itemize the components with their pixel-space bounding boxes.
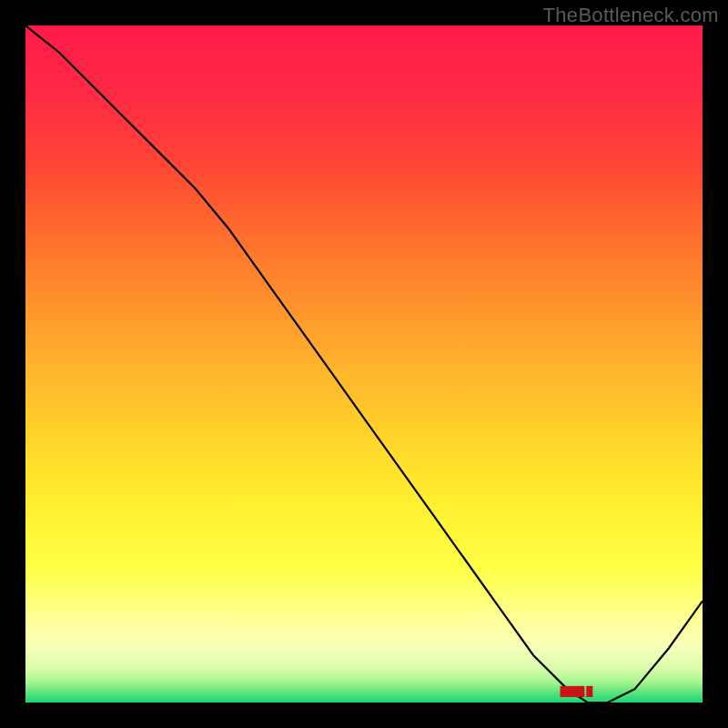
annotation-marker: ████ █ [561,686,592,696]
line-chart-svg [25,25,703,703]
plot-area: ████ █ [25,25,703,703]
attribution-text: TheBottleneck.com [543,4,719,27]
gradient-background [25,25,703,703]
chart-container: TheBottleneck.com ████ █ [0,0,728,728]
